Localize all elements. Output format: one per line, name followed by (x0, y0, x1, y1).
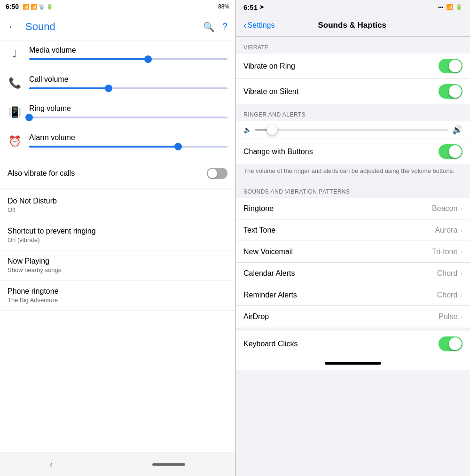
ringer-slider[interactable] (255, 129, 448, 131)
android-header-icons: 🔍 ? (203, 21, 227, 32)
android-help-icon[interactable]: ? (222, 21, 227, 32)
ringer-group: 🔈 🔊 Change with Buttons (236, 121, 470, 164)
android-bottom-nav: ‹ (0, 453, 235, 476)
ringer-slider-row: 🔈 🔊 (236, 121, 470, 139)
ios-back-label: Settings (248, 21, 275, 30)
ios-location-icon: ➤ (259, 4, 264, 10)
vibrate-on-ring-row[interactable]: Vibrate on Ring (236, 54, 470, 79)
android-back-nav[interactable]: ‹ (50, 460, 53, 469)
ios-page-title: Sounds & Haptics (274, 21, 430, 30)
text-tone-value: Aurora (435, 226, 457, 234)
ios-back-button[interactable]: ‹ Settings (243, 20, 274, 31)
reminder-alerts-value: Chord (437, 291, 458, 299)
android-back-button[interactable]: ← (8, 21, 18, 33)
ringtone-chevron-icon: › (460, 205, 462, 212)
android-home-indicator[interactable] (152, 463, 185, 466)
vibrate-on-silent-label: Vibrate on Silent (243, 87, 439, 96)
ring-volume-label: Ring volume (29, 104, 227, 113)
media-volume-controls: Media volume (29, 46, 227, 64)
ios-status-bar: 6:51 ➤ ▪▪▪ 📶 🔋 (236, 0, 470, 14)
airdrop-chevron-icon: › (460, 313, 462, 320)
keyboard-clicks-row[interactable]: Keyboard Clicks (236, 331, 470, 356)
ios-back-arrow-icon: ‹ (243, 20, 247, 31)
vibrate-section-header: VIBRATE (236, 37, 470, 54)
phone-ringtone-title: Phone ringtone (8, 287, 227, 296)
change-with-buttons-toggle[interactable] (439, 144, 462, 159)
dnd-title: Do Not Disturb (8, 197, 227, 205)
ringer-section-header: RINGER AND ALERTS (236, 104, 470, 121)
airdrop-value: Pulse (439, 312, 457, 321)
change-with-buttons-row[interactable]: Change with Buttons (236, 139, 470, 164)
media-volume-slider[interactable] (29, 58, 227, 60)
keyboard-clicks-label: Keyboard Clicks (243, 340, 439, 348)
now-playing-item[interactable]: Now Playing Show nearby songs (0, 250, 235, 281)
text-tone-label: Text Tone (243, 226, 435, 234)
calendar-alerts-value: Chord (437, 269, 458, 278)
vibrate-for-calls-text: Also vibrate for calls (8, 169, 201, 178)
media-volume-icon: ♩ (8, 48, 22, 60)
android-status-icons: 📶 📶 📡 🔋 (23, 4, 53, 10)
ringtone-value: Beacon (432, 204, 457, 213)
new-voicemail-chevron-icon: › (460, 248, 462, 256)
phone-ringtone-subtitle: The Big Adventure (8, 297, 227, 304)
phone-ringtone-item[interactable]: Phone ringtone The Big Adventure (0, 281, 235, 311)
ios-nav: ‹ Settings Sounds & Haptics (236, 14, 470, 37)
vibrate-for-calls-label: Also vibrate for calls (8, 169, 201, 178)
new-voicemail-row[interactable]: New Voicemail Tri-tone › (236, 241, 470, 263)
now-playing-text: Now Playing Show nearby songs (8, 257, 227, 273)
text-tone-chevron-icon: › (460, 226, 462, 234)
ios-home-wrap (236, 356, 470, 370)
media-volume-item: ♩ Media volume (0, 40, 235, 70)
airdrop-label: AirDrop (243, 312, 439, 321)
volume-low-icon: 🔈 (243, 126, 251, 133)
calendar-alerts-row[interactable]: Calendar Alerts Chord › (236, 263, 470, 284)
keyboard-clicks-toggle[interactable] (439, 336, 462, 351)
call-volume-slider[interactable] (29, 87, 227, 89)
text-tone-row[interactable]: Text Tone Aurora › (236, 219, 470, 241)
ios-status-icons: ▪▪▪ 📶 🔋 (438, 4, 462, 10)
shortcut-ringing-item[interactable]: Shortcut to prevent ringing On (vibrate) (0, 220, 235, 250)
ring-volume-slider[interactable] (29, 117, 227, 118)
dnd-text: Do Not Disturb Off (8, 197, 227, 213)
android-time: 6:50 (6, 3, 19, 10)
call-volume-label: Call volume (29, 75, 227, 84)
android-search-icon[interactable]: 🔍 (203, 21, 215, 32)
ring-volume-controls: Ring volume (29, 104, 227, 122)
ios-time: 6:51 (243, 3, 258, 11)
vibrate-on-silent-toggle[interactable] (439, 84, 462, 99)
new-voicemail-value: Tri-tone (432, 248, 458, 256)
keyboard-group: Keyboard Clicks (236, 331, 470, 356)
alarm-volume-icon: ⏰ (8, 135, 22, 148)
android-status-right: 88% (218, 3, 229, 10)
android-page-title: Sound (25, 21, 196, 33)
phone-ringtone-text: Phone ringtone The Big Adventure (8, 287, 227, 304)
calendar-alerts-label: Calendar Alerts (243, 269, 437, 278)
ring-volume-item: 📳 Ring volume (0, 99, 235, 128)
alarm-volume-slider[interactable] (29, 146, 227, 148)
reminder-alerts-row[interactable]: Reminder Alerts Chord › (236, 284, 470, 306)
shortcut-ringing-title: Shortcut to prevent ringing (8, 227, 227, 235)
ios-panel: 6:51 ➤ ▪▪▪ 📶 🔋 ‹ Settings Sounds & Hapti… (235, 0, 470, 476)
dnd-item[interactable]: Do Not Disturb Off (0, 190, 235, 220)
reminder-alerts-label: Reminder Alerts (243, 291, 437, 299)
ios-home-bar (325, 362, 381, 365)
android-content: ♩ Media volume 📞 Call volume 📳 (0, 40, 235, 453)
now-playing-title: Now Playing (8, 257, 227, 265)
reminder-alerts-chevron-icon: › (460, 291, 462, 299)
vibrate-for-calls-item: Also vibrate for calls (0, 161, 235, 186)
vibrate-on-ring-toggle[interactable] (439, 59, 462, 73)
airdrop-row[interactable]: AirDrop Pulse › (236, 306, 470, 328)
call-volume-icon: 📞 (8, 77, 22, 89)
android-status-bar: 6:50 📶 📶 📡 🔋 88% (0, 0, 235, 13)
vibrate-for-calls-toggle[interactable] (207, 168, 227, 179)
dnd-subtitle: Off (8, 206, 227, 213)
calendar-alerts-chevron-icon: › (460, 270, 462, 277)
alarm-volume-item: ⏰ Alarm volume (0, 128, 235, 157)
alarm-volume-controls: Alarm volume (29, 133, 227, 151)
ios-wifi-icon: 📶 (446, 4, 453, 10)
ringer-info-text: The volume of the ringer and alerts can … (236, 164, 470, 181)
shortcut-ringing-text: Shortcut to prevent ringing On (vibrate) (8, 227, 227, 243)
vibrate-on-silent-row[interactable]: Vibrate on Silent (236, 79, 470, 104)
ringtone-row[interactable]: Ringtone Beacon › (236, 198, 470, 219)
alarm-volume-label: Alarm volume (29, 133, 227, 142)
